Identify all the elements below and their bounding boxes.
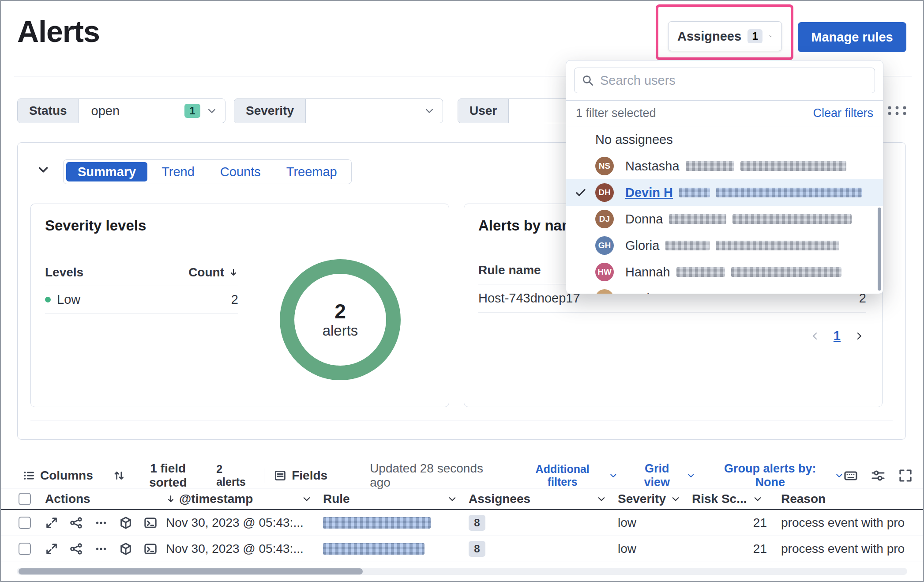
redacted-text: [731, 267, 841, 277]
risk-score-cell: 21: [753, 542, 774, 556]
option-no-assignees[interactable]: No assignees: [566, 126, 883, 153]
assignees-search-area: [566, 60, 883, 101]
redacted-rule-name[interactable]: [323, 543, 424, 555]
option-user[interactable]: DJ Donna: [566, 206, 883, 232]
updated-timestamp: Updated 28 seconds ago: [370, 461, 505, 490]
tab-counts[interactable]: Counts: [209, 162, 272, 181]
analyze-event-icon[interactable]: [70, 516, 83, 529]
assignee-avatar-badge[interactable]: 8: [469, 541, 485, 557]
severity-filter[interactable]: Severity: [234, 98, 443, 123]
alerts-table-toolbar: Columns 1 field sorted 2 alerts Fields U…: [23, 464, 913, 488]
rule-header[interactable]: Rule: [323, 492, 469, 506]
option-user-selected[interactable]: DH Devin H: [566, 179, 883, 206]
assignees-header[interactable]: Assignees: [469, 492, 618, 506]
fullscreen-icon[interactable]: [898, 469, 913, 483]
option-user[interactable]: GH Gloria: [566, 232, 883, 259]
tab-trend[interactable]: Trend: [150, 162, 206, 181]
toolbar-separator: [264, 469, 264, 483]
grid-view-button[interactable]: Grid view: [631, 462, 695, 489]
additional-filters-button[interactable]: Additional filters: [520, 463, 617, 488]
terminal-icon[interactable]: [144, 516, 157, 529]
columns-icon: [23, 469, 35, 482]
analyze-event-icon[interactable]: [70, 542, 83, 556]
chart-view-tabs: Summary Trend Counts Treemap: [63, 159, 352, 184]
chevron-down-icon: [609, 471, 618, 480]
severity-cell: low: [618, 542, 692, 556]
expand-alert-icon[interactable]: [45, 542, 58, 556]
status-filter[interactable]: Status open 1: [17, 98, 225, 123]
panel-divider: [30, 420, 893, 420]
alerts-table-header: Actions @timestamp Rule Assignees Severi…: [1, 488, 923, 510]
redacted-text: [716, 188, 862, 197]
page-number[interactable]: 1: [834, 329, 841, 343]
reason-header[interactable]: Reason: [774, 492, 923, 506]
expand-alert-icon[interactable]: [45, 516, 58, 529]
severity-level-label: Low: [57, 292, 80, 307]
chevron-down-icon: [687, 471, 695, 480]
risk-score-header[interactable]: Risk Sc...: [692, 492, 774, 506]
severity-level-count: 2: [231, 292, 238, 307]
session-view-icon[interactable]: [119, 516, 132, 529]
search-icon: [582, 74, 594, 87]
option-user[interactable]: NS Nastasha: [566, 153, 883, 179]
next-page-icon[interactable]: [854, 331, 864, 341]
sort-down-icon: [229, 268, 238, 277]
terminal-icon[interactable]: [144, 542, 157, 556]
toolbar-separator: [103, 469, 103, 483]
column-menu-icon[interactable]: [597, 494, 606, 504]
session-view-icon[interactable]: [119, 542, 132, 556]
redacted-rule-name[interactable]: [323, 517, 431, 529]
grid-settings-icon[interactable]: [871, 469, 885, 483]
count-sort-header[interactable]: Count: [188, 265, 238, 280]
severity-low-row: Low 2: [45, 286, 238, 314]
redacted-text: [665, 241, 710, 250]
horizontal-scrollbar-thumb[interactable]: [19, 568, 363, 574]
more-actions-icon[interactable]: [94, 542, 108, 556]
collapse-charts-icon[interactable]: [37, 163, 50, 176]
severity-table: Levels Count Low 2: [45, 259, 238, 314]
redacted-text: [686, 161, 734, 171]
manage-rules-button[interactable]: Manage rules: [798, 22, 906, 52]
chevron-down-icon: [424, 106, 435, 116]
column-menu-icon[interactable]: [671, 494, 680, 504]
option-user[interactable]: LH Leah: [566, 285, 883, 294]
tab-treemap[interactable]: Treemap: [275, 162, 349, 181]
column-menu-icon[interactable]: [302, 494, 312, 504]
fields-button[interactable]: Fields: [274, 469, 327, 483]
group-alerts-by-button[interactable]: Group alerts by: None: [709, 462, 844, 489]
assignees-popover: 1 filter selected Clear filters No assig…: [566, 60, 883, 294]
more-filters-icon[interactable]: [886, 104, 908, 117]
alert-row: Nov 30, 2023 @ 05:43:... 8 low 21 proces…: [1, 510, 923, 536]
popover-filter-status-row: 1 filter selected Clear filters: [566, 101, 883, 126]
row-checkbox[interactable]: [19, 517, 31, 529]
chevron-down-icon: [207, 106, 217, 116]
select-all-checkbox[interactable]: [19, 493, 31, 505]
timestamp-cell: Nov 30, 2023 @ 05:43:...: [166, 542, 323, 556]
assignees-filter-button[interactable]: Assignees 1: [668, 21, 782, 51]
reason-cell: process event with pro: [774, 516, 923, 530]
status-filter-value: open: [91, 104, 120, 118]
option-user[interactable]: HW Hannah: [566, 259, 883, 285]
timestamp-header[interactable]: @timestamp: [166, 492, 323, 506]
keyboard-shortcuts-icon[interactable]: [844, 469, 858, 483]
tab-summary[interactable]: Summary: [66, 162, 147, 181]
assignee-avatar-badge[interactable]: 8: [469, 515, 485, 531]
severity-card-title: Severity levels: [45, 217, 146, 234]
severity-cell: low: [618, 516, 692, 530]
column-menu-icon[interactable]: [447, 494, 457, 504]
more-actions-icon[interactable]: [94, 516, 108, 529]
columns-button[interactable]: Columns: [23, 469, 93, 483]
sorted-fields-button[interactable]: 1 field sorted: [113, 461, 206, 490]
avatar: HW: [595, 263, 614, 281]
search-users-input[interactable]: [600, 73, 868, 88]
popover-scrollbar-thumb[interactable]: [878, 208, 881, 291]
row-checkbox[interactable]: [19, 543, 31, 555]
avatar: NS: [595, 157, 614, 175]
alerts-count-label: 2 alerts: [216, 463, 254, 488]
severity-header[interactable]: Severity: [618, 492, 692, 506]
previous-page-icon[interactable]: [810, 331, 820, 341]
severity-filter-label: Severity: [234, 99, 306, 123]
clear-filters-button[interactable]: Clear filters: [813, 106, 873, 120]
chevron-down-icon: [769, 31, 773, 42]
column-menu-icon[interactable]: [753, 494, 762, 504]
